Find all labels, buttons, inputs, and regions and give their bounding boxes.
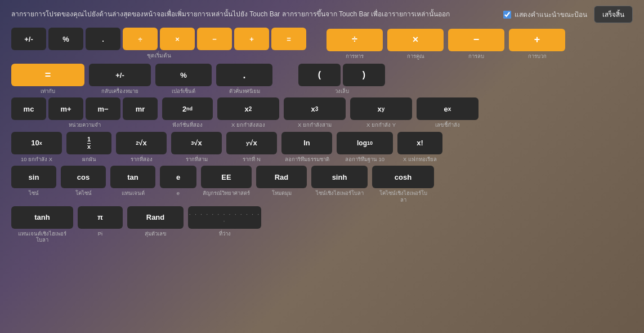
- ex-item: ex เลขชี้กำลัง: [417, 97, 478, 128]
- btn-decimal[interactable]: .: [216, 64, 272, 86]
- sinh-item: sinh ไซน์เชิงไฮเพอร์โบลา: [311, 166, 368, 196]
- btn-equals[interactable]: =: [11, 64, 84, 86]
- sqrt2-item: 2√x รากที่สอง: [116, 132, 167, 162]
- btn-pi[interactable]: π: [78, 206, 123, 229]
- btn-x2[interactable]: x2: [217, 97, 279, 120]
- top-bar-description: ลากรายการโปรดของคุณไปยังด้านล่างสุดของหน…: [11, 10, 498, 19]
- sqrt3-item: 3√x รากที่สาม: [171, 132, 222, 162]
- subtract-section: − การลบ: [448, 29, 504, 59]
- log10-item: log10 ลอการิทึมฐาน 10: [337, 132, 393, 162]
- btn-percent-starter[interactable]: %: [48, 28, 83, 50]
- btn-plusminus-starter[interactable]: +/-: [11, 28, 46, 50]
- sqrtn-item: y√x รากที่ N: [226, 132, 277, 162]
- btn-divide-large[interactable]: ÷: [327, 29, 383, 51]
- btn-add-large[interactable]: +: [509, 29, 565, 51]
- btn-ex[interactable]: ex: [417, 97, 478, 120]
- btn-divide-starter[interactable]: ÷: [123, 28, 158, 50]
- btn-ln[interactable]: ln: [281, 132, 332, 154]
- multiply-section: × การคูณ: [387, 29, 444, 59]
- btn-sin[interactable]: sin: [11, 166, 56, 188]
- btn-xy[interactable]: xy: [350, 97, 412, 120]
- 10x-item: 10x 10 ยกกำลัง X: [11, 132, 62, 162]
- tan-item: tan แทนเจนต์: [110, 166, 155, 196]
- btn-plusminus[interactable]: +/-: [89, 64, 151, 86]
- e-item: e e: [160, 166, 196, 196]
- btn-rad[interactable]: Rad: [256, 166, 307, 188]
- btn-e[interactable]: e: [160, 166, 196, 188]
- rand-item: Rand สุ่มตัวเลข: [127, 206, 184, 237]
- top-bar: ลากรายการโปรดของคุณไปยังด้านล่างสุดของหน…: [0, 0, 644, 28]
- plusminus-item: +/- กลับเครื่องหมาย: [89, 64, 151, 94]
- btn-mr[interactable]: mr: [123, 97, 158, 120]
- show-suggestions-text: แสดงคำแนะนำขณะป้อน: [515, 9, 587, 20]
- tanh-item: tanh แทนเจนต์เชิงไฮเพอร์โบลา: [11, 206, 73, 243]
- show-suggestions-label[interactable]: แสดงคำแนะนำขณะป้อน: [503, 9, 587, 20]
- btn-inv[interactable]: 1 x: [66, 132, 111, 154]
- btn-multiply-large[interactable]: ×: [387, 29, 444, 51]
- ln-item: ln ลอการิทึมธรรมชาติ: [281, 132, 332, 162]
- btn-decimal-starter[interactable]: .: [86, 28, 120, 50]
- cosh-item: cosh โคไซน์เชิงไฮเพอร์โบลา: [372, 166, 434, 203]
- equals-item: = เท่ากับ: [11, 64, 84, 94]
- btn-sqrt3[interactable]: 3√x: [171, 132, 222, 154]
- show-suggestions-checkbox[interactable]: [503, 11, 511, 19]
- btn-mminus[interactable]: m−: [86, 97, 120, 120]
- btn-subtract-starter[interactable]: −: [197, 28, 232, 50]
- btn-cosh[interactable]: cosh: [372, 166, 434, 188]
- btn-log10[interactable]: log10: [337, 132, 393, 154]
- btn-cos[interactable]: cos: [61, 166, 106, 188]
- btn-empty-slot[interactable]: · · · · · · · · · · · · · ·: [188, 206, 261, 229]
- btn-open-paren[interactable]: (: [298, 64, 341, 86]
- btn-subtract-large[interactable]: −: [448, 29, 504, 51]
- btn-factorial[interactable]: x!: [397, 132, 442, 154]
- percent-item: % เปอร์เซ็นต์: [155, 64, 212, 94]
- btn-sinh[interactable]: sinh: [311, 166, 368, 188]
- main-content: +/- % . ÷ × − + = ชุดเริ่มต้น ÷ การหาร ×…: [0, 28, 644, 252]
- btn-sqrtn[interactable]: y√x: [226, 132, 277, 154]
- empty-slot-item: · · · · · · · · · · · · · · ที่ว่าง: [188, 206, 261, 237]
- memory-group: mc m+ m− mr หน่วยความจำ: [11, 97, 158, 128]
- btn-percent[interactable]: %: [155, 64, 212, 86]
- x2-item: x2 X ยกกำลังสอง: [217, 97, 279, 128]
- 2nd-item: 2nd ฟังก์ชั่นที่สอง: [162, 97, 213, 128]
- btn-rand[interactable]: Rand: [127, 206, 184, 229]
- ee-item: EE สัญกรณ์วิทยาศาสตร์: [201, 166, 252, 196]
- btn-sqrt2[interactable]: 2√x: [116, 132, 167, 154]
- btn-tan[interactable]: tan: [110, 166, 155, 188]
- btn-x3[interactable]: x3: [284, 97, 346, 120]
- btn-close-paren[interactable]: ): [343, 64, 385, 86]
- btn-equals-starter[interactable]: =: [271, 28, 306, 50]
- sin-item: sin ไซน์: [11, 166, 56, 196]
- pi-item: π Pi: [78, 206, 123, 237]
- btn-add-starter[interactable]: +: [234, 28, 269, 50]
- btn-mplus[interactable]: m+: [48, 97, 83, 120]
- cos-item: cos โคไซน์: [61, 166, 106, 196]
- btn-tanh[interactable]: tanh: [11, 206, 73, 229]
- x3-item: x3 X ยกกำลังสาม: [284, 97, 346, 128]
- btn-multiply-starter[interactable]: ×: [160, 28, 195, 50]
- starter-set-group: +/- % . ÷ × − + = ชุดเริ่มต้น: [11, 28, 306, 59]
- btn-mc[interactable]: mc: [11, 97, 46, 120]
- add-section: + การบวก: [509, 29, 565, 59]
- btn-10x[interactable]: 10x: [11, 132, 62, 154]
- done-button[interactable]: เสร็จสิ้น: [594, 6, 633, 23]
- rad-item: Rad โหมดมุม: [256, 166, 307, 196]
- starter-set-label: ชุดเริ่มต้น: [147, 52, 171, 59]
- decimal-item: . ตัวคั่นทศนิยม: [216, 64, 272, 94]
- inv-item: 1 x ผกผัน: [66, 132, 111, 162]
- divide-section: ÷ การหาร: [327, 29, 383, 59]
- paren-item: ( ) วงเล็บ: [298, 64, 385, 94]
- factorial-item: x! X แฟกทอเรียล: [397, 132, 442, 162]
- btn-ee[interactable]: EE: [201, 166, 252, 188]
- btn-2nd[interactable]: 2nd: [162, 97, 213, 120]
- xy-item: xy X ยกกำลัง Y: [350, 97, 412, 128]
